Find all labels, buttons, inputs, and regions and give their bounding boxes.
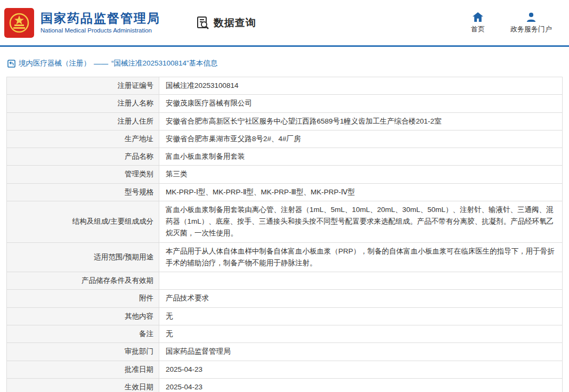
data-query-label: 数据查询 [214, 16, 256, 30]
row-label: 生效日期 [7, 378, 159, 392]
table-row: 型号规格MK-PRP-Ⅰ型、MK-PRP-Ⅱ型、MK-PRP-Ⅲ型、MK-PRP… [7, 183, 563, 201]
national-emblem-icon [4, 8, 34, 38]
table-row: 其他内容无 [7, 307, 563, 325]
row-label: 批准日期 [7, 361, 159, 378]
table-row: 审批部门国家药品监督管理局 [7, 343, 563, 361]
table-row: 附件产品技术要求 [7, 290, 563, 307]
row-label: 适用范围/预期用途 [7, 242, 159, 272]
table-row: 注册证编号国械注准20253100814 [7, 77, 563, 95]
row-label: 注册证编号 [7, 77, 159, 95]
org-name-cn: 国家药品监督管理局 [40, 11, 160, 25]
table-row: 管理类别第三类 [7, 166, 563, 183]
row-label: 其他内容 [7, 307, 159, 325]
breadcrumb: 境内医疗器械（注册） —— “国械注准20253100814”基本信息 [0, 47, 569, 77]
table-row: 适用范围/预期用途本产品用于从人体自体血样中制备自体富血小板血浆（PRP），制备… [7, 242, 563, 272]
table-row: 注册人住所安徽省合肥市高新区长宁社区服务中心望江西路6589号1幢义齿加工生产综… [7, 112, 563, 130]
info-table-body: 注册证编号国械注准20253100814注册人名称安徽茂康医疗器械有限公司注册人… [7, 77, 563, 392]
row-label: 注册人名称 [7, 95, 159, 112]
row-value: 安徽省合肥市巢湖市亚父路8号2#、4#厂房 [159, 130, 563, 148]
row-label: 注册人住所 [7, 112, 159, 130]
row-label: 产品储存条件及有效期 [7, 272, 159, 290]
data-query-icon [196, 15, 210, 30]
row-value: 产品技术要求 [159, 290, 563, 307]
nav-portal-label: 政务服务门户 [510, 24, 552, 34]
table-row: 产品名称富血小板血浆制备用套装 [7, 148, 563, 166]
breadcrumb-section[interactable]: 境内医疗器械（注册） [19, 59, 91, 68]
row-value: 富血小板血浆制备用套装 [159, 148, 563, 166]
row-value: 2025-04-23 [159, 378, 563, 392]
row-value: MK-PRP-Ⅰ型、MK-PRP-Ⅱ型、MK-PRP-Ⅲ型、MK-PRP-Ⅳ型 [159, 183, 563, 201]
row-value: 安徽茂康医疗器械有限公司 [159, 95, 563, 112]
row-value: 2025-04-23 [159, 361, 563, 378]
nav-portal[interactable]: 政务服务门户 [510, 12, 552, 34]
nmpa-logo [4, 8, 34, 38]
nav-home[interactable]: 首页 [471, 12, 485, 34]
table-row: 生效日期2025-04-23 [7, 378, 563, 392]
row-value [159, 272, 563, 290]
row-value: 国家药品监督管理局 [159, 343, 563, 361]
row-label: 产品名称 [7, 148, 159, 166]
row-value: 第三类 [159, 166, 563, 183]
table-row: 产品储存条件及有效期 [7, 272, 563, 290]
back-icon[interactable] [7, 60, 15, 68]
breadcrumb-separator: —— [94, 60, 108, 68]
nav-home-label: 首页 [471, 24, 485, 34]
row-value: 本产品用于从人体自体血样中制备自体富血小板血浆（PRP），制备的自体富血小板血浆… [159, 242, 563, 272]
table-row: 批准日期2025-04-23 [7, 361, 563, 378]
row-label: 审批部门 [7, 343, 159, 361]
table-row: 注册人名称安徽茂康医疗器械有限公司 [7, 95, 563, 112]
table-row: 生产地址安徽省合肥市巢湖市亚父路8号2#、4#厂房 [7, 130, 563, 148]
table-row: 结构及组成/主要组成成分富血小板血浆制备用套装由离心管、注射器（1mL、5mL、… [7, 201, 563, 242]
breadcrumb-detail: “国械注准20253100814”基本信息 [111, 59, 218, 68]
row-value: 无 [159, 307, 563, 325]
row-label: 附件 [7, 290, 159, 307]
row-value: 安徽省合肥市高新区长宁社区服务中心望江西路6589号1幢义齿加工生产综合楼201… [159, 112, 563, 130]
row-label: 备注 [7, 325, 159, 342]
row-label: 生产地址 [7, 130, 159, 148]
registration-info-table: 注册证编号国械注准20253100814注册人名称安徽茂康医疗器械有限公司注册人… [6, 77, 563, 392]
org-title-block: 国家药品监督管理局 National Medical Products Admi… [40, 11, 160, 34]
top-nav: 首页 政务服务门户 [471, 12, 552, 34]
registration-info-table-wrap: 注册证编号国械注准20253100814注册人名称安徽茂康医疗器械有限公司注册人… [6, 77, 563, 392]
user-icon [526, 12, 537, 22]
row-label: 管理类别 [7, 166, 159, 183]
org-name-en: National Medical Products Administration [40, 27, 160, 34]
row-value: 国械注准20253100814 [159, 77, 563, 95]
site-header: 国家药品监督管理局 National Medical Products Admi… [0, 0, 569, 47]
row-label: 结构及组成/主要组成成分 [7, 201, 159, 242]
row-value: 无 [159, 325, 563, 342]
home-icon [472, 12, 484, 22]
table-row: 备注无 [7, 325, 563, 342]
row-value: 富血小板血浆制备用套装由离心管、注射器（1mL、5mL、10mL、20mL、30… [159, 201, 563, 242]
data-query-nav[interactable]: 数据查询 [196, 15, 256, 30]
row-label: 型号规格 [7, 183, 159, 201]
